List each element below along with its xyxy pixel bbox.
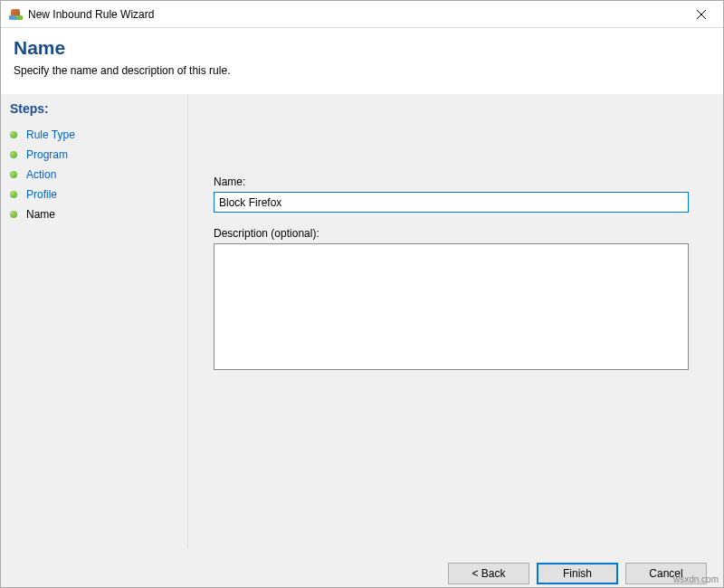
back-button[interactable]: < Back	[448, 563, 529, 584]
titlebar: New Inbound Rule Wizard	[1, 1, 723, 28]
close-icon	[697, 10, 706, 19]
step-program[interactable]: Program	[10, 145, 178, 165]
name-input[interactable]	[214, 192, 689, 213]
steps-title: Steps:	[10, 101, 178, 116]
wizard-footer: < Back Finish Cancel	[1, 549, 723, 588]
step-action[interactable]: Action	[10, 165, 178, 185]
firewall-icon	[8, 7, 23, 22]
form-panel: Name: Description (optional):	[188, 94, 723, 549]
step-label: Action	[26, 168, 56, 181]
page-title: Name	[14, 37, 710, 59]
bullet-icon	[10, 191, 17, 198]
page-subtitle: Specify the name and description of this…	[14, 64, 710, 77]
description-field-group: Description (optional):	[214, 227, 698, 374]
finish-button[interactable]: Finish	[537, 563, 618, 584]
step-name[interactable]: Name	[10, 204, 178, 224]
description-label: Description (optional):	[214, 227, 698, 240]
name-label: Name:	[214, 175, 698, 188]
step-label: Profile	[26, 188, 57, 201]
step-label: Name	[26, 208, 55, 221]
bullet-icon	[10, 171, 17, 178]
step-label: Program	[26, 148, 68, 161]
steps-sidebar: Steps: Rule Type Program Action Profile …	[1, 94, 188, 549]
step-rule-type[interactable]: Rule Type	[10, 125, 178, 145]
wizard-header: Name Specify the name and description of…	[1, 28, 723, 94]
watermark: wsxdn.com	[673, 574, 719, 584]
description-textarea[interactable]	[214, 243, 689, 370]
step-profile[interactable]: Profile	[10, 185, 178, 204]
bullet-icon	[10, 211, 17, 218]
bullet-icon	[10, 151, 17, 158]
name-field-group: Name:	[214, 175, 698, 213]
step-label: Rule Type	[26, 128, 75, 141]
window-title: New Inbound Rule Wizard	[28, 8, 154, 21]
bullet-icon	[10, 131, 17, 138]
close-button[interactable]	[681, 1, 721, 27]
wizard-body: Steps: Rule Type Program Action Profile …	[1, 94, 723, 549]
